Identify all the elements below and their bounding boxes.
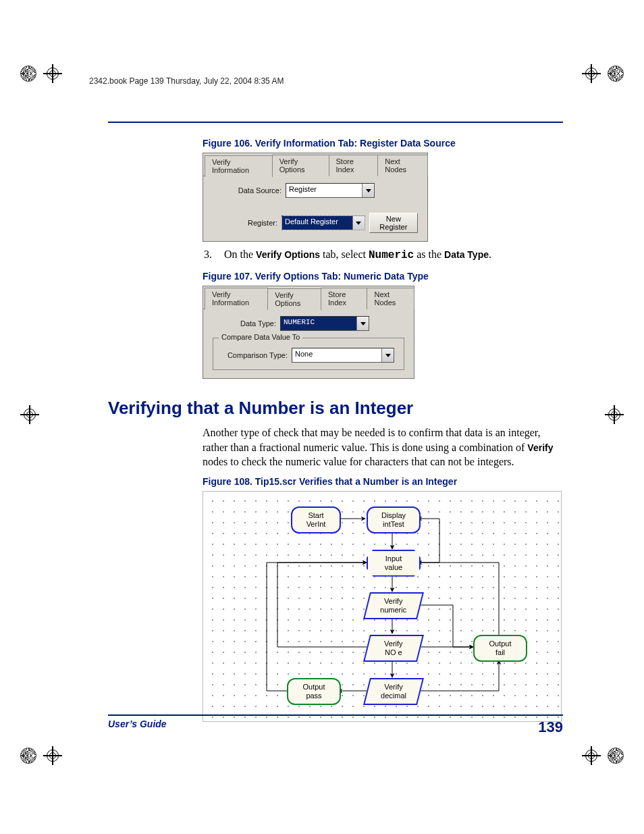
comparison-type-value: None [292, 348, 381, 362]
data-source-select[interactable]: Register [286, 183, 375, 198]
tab-verify-options[interactable]: Verify Options [267, 288, 321, 310]
tab-verify-information[interactable]: Verify Information [205, 288, 268, 309]
crop-mark-icon [20, 64, 62, 83]
figure-107-caption: Figure 107. Verify Options Tab: Numeric … [203, 271, 563, 282]
node-verify-decimal[interactable]: Verifydecimal [363, 678, 424, 705]
data-type-value: NUMERIC [281, 317, 356, 330]
figure-106-caption: Figure 106. Verify Information Tab: Regi… [203, 138, 563, 149]
tab-store-index[interactable]: Store Index [329, 155, 379, 176]
chevron-down-icon[interactable] [362, 184, 374, 197]
step-number: 3. [203, 249, 212, 261]
node-input[interactable]: Inputvalue [367, 550, 421, 577]
crop-mark-icon [20, 746, 62, 765]
crop-mark-icon [605, 405, 624, 424]
register-label: Register: [238, 219, 277, 227]
flow-diagram: StartVerInt DisplayintTest Inputvalue Ve… [203, 491, 562, 722]
header-rule [108, 122, 563, 123]
fig107-panel: Verify Information Verify Options Store … [203, 286, 414, 379]
section-paragraph: Another type of check that may be needed… [203, 425, 563, 469]
footer-title: User’s Guide [108, 719, 167, 736]
tab-verify-information[interactable]: Verify Information [205, 155, 273, 177]
tab-next-nodes[interactable]: Next Nodes [377, 155, 428, 176]
crop-mark-icon [20, 405, 39, 424]
chevron-down-icon[interactable] [356, 317, 369, 330]
comparison-type-label: Comparison Type: [220, 351, 288, 359]
fig106-panel: Verify Information Verify Options Store … [203, 153, 428, 242]
footer-rule [108, 714, 563, 716]
book-tagline: 2342.book Page 139 Thursday, July 22, 20… [89, 76, 284, 86]
compare-legend: Compare Data Value To [219, 333, 302, 341]
register-value: Default Register [282, 216, 352, 230]
node-display[interactable]: DisplayintTest [367, 506, 421, 533]
comparison-type-select[interactable]: None [292, 348, 394, 363]
register-select[interactable]: Default Register [281, 215, 365, 230]
data-source-value: Register [286, 184, 362, 197]
data-type-select[interactable]: NUMERIC [280, 316, 369, 331]
data-source-label: Data Source: [229, 186, 281, 194]
crop-mark-icon [582, 746, 624, 765]
chevron-down-icon[interactable] [381, 348, 394, 362]
section-heading: Verifying that a Number is an Integer [108, 398, 563, 419]
step-text: On the Verify Options tab, select Numeri… [224, 249, 491, 261]
node-verify-numeric[interactable]: Verifynumeric [363, 592, 424, 619]
tab-store-index[interactable]: Store Index [321, 288, 367, 309]
node-verify-no-e[interactable]: VerifyNO e [363, 635, 424, 662]
tab-verify-options[interactable]: Verify Options [272, 155, 329, 176]
tab-next-nodes[interactable]: Next Nodes [367, 288, 414, 309]
data-type-label: Data Type: [229, 319, 276, 328]
chevron-down-icon[interactable] [352, 216, 365, 230]
node-output-fail[interactable]: Outputfail [473, 635, 527, 662]
figure-108-caption: Figure 108. Tip15.scr Verifies that a Nu… [203, 476, 563, 487]
page-number: 139 [538, 719, 563, 736]
crop-mark-icon [582, 64, 624, 83]
node-output-pass[interactable]: Outputpass [287, 678, 341, 705]
node-start[interactable]: StartVerInt [291, 506, 341, 533]
new-register-button[interactable]: New Register [369, 213, 418, 233]
